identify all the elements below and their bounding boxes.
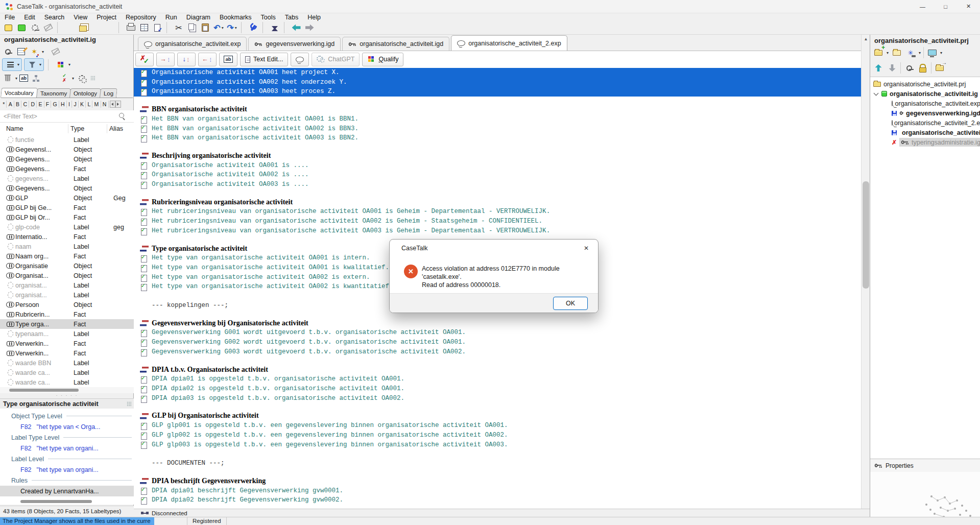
detail-item-selected[interactable]: Created by LennartvanHa... (0, 486, 134, 496)
expression-row[interactable]: Het BBN van organisatorische activiteit … (134, 133, 861, 143)
new-model-icon[interactable] (2, 21, 14, 34)
vocab-row[interactable]: Gegevens... Fact (0, 164, 134, 174)
alphabet-scroll-right-icon[interactable] (115, 101, 121, 108)
table-report-icon[interactable] (138, 21, 150, 34)
dropdown-caret-icon[interactable]: ▾ (42, 50, 44, 54)
alphabet-letter[interactable]: H (59, 101, 67, 108)
move-down-icon[interactable] (887, 62, 898, 74)
expression-row[interactable]: Het rubriceringsniveau van organisatoris… (134, 226, 861, 236)
magic-wand-icon[interactable] (29, 46, 40, 57)
alphabet-letter[interactable]: K (79, 101, 86, 108)
paste-icon[interactable] (199, 21, 211, 34)
chatgpt-button[interactable]: ChatGPT (312, 53, 360, 66)
open-model-icon[interactable] (90, 21, 102, 34)
expression-row[interactable]: --- DOCUMENTEN ---; (134, 459, 861, 468)
model-options-icon[interactable] (29, 21, 41, 34)
save-icon[interactable] (103, 21, 115, 34)
expression-row[interactable]: DPIA dpia02 beschrijft Gegevensverwerkin… (134, 495, 861, 505)
alphabet-letter[interactable]: E (37, 101, 44, 108)
open-project-icon[interactable] (891, 47, 902, 58)
vocab-row[interactable]: gegevens... Label (0, 174, 134, 183)
menu-item[interactable]: Help (303, 14, 325, 21)
menu-item[interactable]: Project (92, 14, 121, 21)
expression-row[interactable]: Gegevensverwerking G002 wordt uitgevoerd… (134, 338, 861, 347)
print-icon[interactable] (125, 21, 137, 34)
move-down-button[interactable] (177, 53, 196, 66)
tools-icon[interactable] (247, 21, 259, 34)
hierarchy-icon[interactable] (30, 73, 41, 84)
dropdown-caret-icon[interactable]: ▾ (72, 76, 74, 81)
tree-item-exp2[interactable]: organisatorische_activiteit_2.exp (870, 118, 980, 128)
expression-row[interactable]: Het rubriceringsniveau van organisatoris… (134, 217, 861, 226)
vocab-row[interactable]: Verwerkin... Fact (0, 339, 134, 348)
sep-icon[interactable] (118, 22, 122, 33)
doc-tab-exp2-active[interactable]: organisatorische_activiteit_2.exp (451, 35, 567, 51)
alphabet-letter[interactable]: L (86, 101, 92, 108)
add-file-icon[interactable] (873, 47, 884, 58)
alphabet-letter[interactable]: C (21, 101, 29, 108)
new-repository-icon[interactable] (15, 21, 28, 34)
doc-tab-igd[interactable]: gegevensverwerking.igd (248, 37, 341, 51)
export-folder-icon[interactable] (934, 62, 945, 74)
expression-row[interactable]: DPIA t.b.v. Organisatorische activiteit (134, 365, 861, 375)
expression-row[interactable]: DPIA beschrijft Gegevensverwerking (134, 476, 861, 486)
tree-item-gegevensverwerking-igd[interactable]: gegevensverwerking.igd (870, 108, 980, 118)
tree-item-ig[interactable]: organisatorische_activiteit.ig (870, 89, 980, 99)
expression-row[interactable]: Gegevensverwerking bij Organisatorische … (134, 319, 861, 328)
vocab-row[interactable]: typenaam... Label (0, 329, 134, 339)
chevron-down-icon[interactable] (874, 90, 879, 96)
filter-button[interactable]: ▾ (24, 58, 44, 71)
publish-icon[interactable] (926, 47, 938, 58)
expression-row[interactable]: Organisatorische activiteit OA001 is ...… (134, 161, 861, 171)
menu-item[interactable]: Repository (121, 14, 161, 21)
tree-item-project[interactable]: organisatorische_activiteit.prj (870, 79, 980, 89)
text-edit-button[interactable]: Text Edit... (240, 53, 288, 66)
expression-row[interactable]: Beschrijving organisatorische activiteit (134, 151, 861, 161)
move-left-button[interactable] (198, 53, 217, 66)
validate-document-icon[interactable] (151, 21, 163, 34)
expression-row[interactable]: Gegevensverwerking G001 wordt uitgevoerd… (134, 328, 861, 338)
vocab-row[interactable]: Verwerkin... Fact (0, 348, 134, 358)
menu-item[interactable]: Tools (256, 14, 280, 21)
alphabet-letter[interactable]: B (14, 101, 21, 108)
vocab-row[interactable]: Organisatie Object (0, 261, 134, 271)
menu-item[interactable]: File (0, 14, 19, 21)
vocab-row[interactable]: GLP bij Ge... Fact (0, 203, 134, 212)
filter-input[interactable]: <Filter Text> (0, 113, 119, 120)
alphabet-letter[interactable]: I (67, 101, 72, 108)
copy-icon[interactable] (186, 21, 198, 34)
expression-row[interactable]: DPIA dpia02 is opgesteld t.b.v. organisa… (134, 384, 861, 394)
sep-icon[interactable] (166, 22, 170, 33)
vocab-panel-tab[interactable]: Ontology (69, 88, 101, 98)
vocab-row[interactable]: Gegevensl... Object (0, 145, 134, 154)
detach-icon[interactable] (50, 46, 61, 57)
expression-row[interactable]: Het rubriceringsniveau van organisatoris… (134, 207, 861, 217)
vocab-row[interactable]: Gegevens... Object (0, 183, 134, 193)
undo-icon[interactable] (212, 21, 225, 34)
key-info-icon[interactable] (903, 62, 915, 74)
alphabet-letter[interactable]: A (7, 101, 14, 108)
trash-icon[interactable] (2, 73, 13, 84)
menu-item[interactable]: Edit (19, 14, 40, 21)
copy-model-icon[interactable] (77, 21, 89, 34)
tree-item-typeringsadministratie[interactable]: ✗typeringsadministratie.igd (870, 137, 980, 147)
maximize-button[interactable]: □ (934, 0, 957, 13)
doc-tab-igd2[interactable]: organisatorische_activiteit.igd (342, 37, 449, 51)
alphabet-letter[interactable]: * (1, 101, 7, 108)
toolbar-grip[interactable] (90, 76, 95, 81)
expression-row[interactable]: GLP bij Organisatorische activiteit (134, 411, 861, 421)
checklist-icon[interactable] (59, 73, 70, 84)
sep-icon[interactable] (57, 22, 61, 33)
expression-row[interactable]: Organisatorische activiteit OA003 is ...… (134, 180, 861, 189)
navigate-back-icon[interactable] (290, 21, 302, 34)
navigate-forward-icon[interactable] (303, 21, 316, 34)
alphabet-scroll-left-icon[interactable] (110, 101, 115, 108)
vocab-row[interactable]: organisat... Label (0, 290, 134, 300)
vocab-row[interactable]: Gegevens... Object (0, 154, 134, 164)
tree-item-igd[interactable]: organisatorische_activiteit.igd (870, 128, 980, 137)
expression-row[interactable]: DPIA dpia03 is opgesteld t.b.v. organisa… (134, 394, 861, 403)
panel-splitter[interactable]: · · · · · (0, 393, 134, 398)
detail-item[interactable]: F82"het type van organi... (0, 443, 134, 454)
scrollbar-thumb[interactable] (863, 181, 869, 289)
detail-hscrollbar[interactable] (0, 498, 134, 505)
